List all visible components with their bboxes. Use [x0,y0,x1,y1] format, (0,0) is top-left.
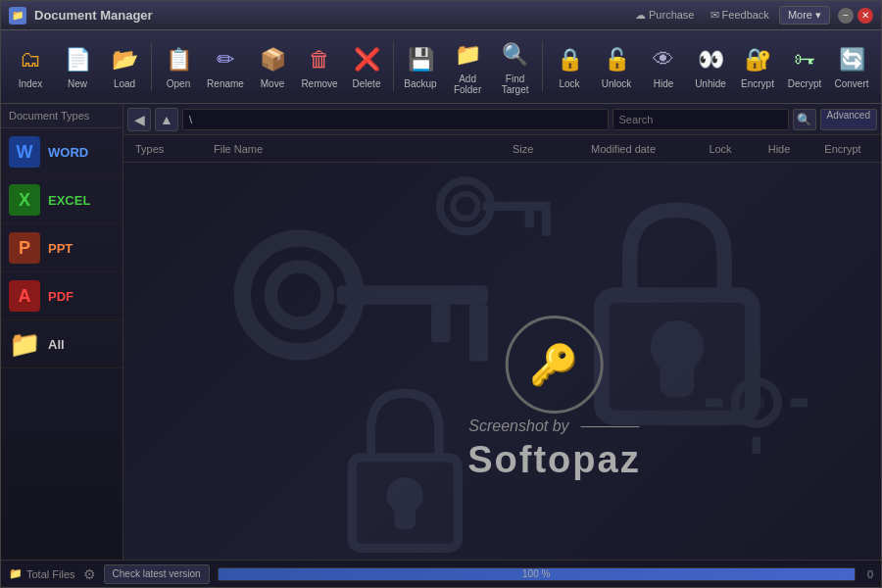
toolbar-rename-button[interactable]: ✏ Rename [202,40,249,93]
toolbar-move-button[interactable]: 📦 Move [249,40,296,93]
backup-label: Backup [404,78,436,89]
minimize-button[interactable]: − [838,8,854,24]
up-button[interactable]: ▲ [155,108,178,131]
toolbar-delete-button[interactable]: ❌ Delete [343,40,390,93]
toolbar-separator-2 [393,42,394,91]
rename-label: Rename [207,78,244,89]
screenshot-by-label: Screenshot by [468,417,568,435]
sidebar-item-ppt[interactable]: P PPT [1,224,122,272]
excel-label: EXCEL [48,193,90,208]
new-label: New [68,78,87,89]
unhide-icon: 👀 [695,44,726,75]
col-header-encrypt: Encrypt [808,143,877,155]
sidebar-item-pdf[interactable]: A PDF [1,272,122,320]
convert-label: Convert [834,78,868,89]
delete-icon: ❌ [351,44,382,75]
open-label: Open [167,78,190,89]
toolbar-separator-3 [542,42,543,91]
purchase-link[interactable]: Purchase [629,7,701,24]
close-button[interactable]: ✕ [858,8,873,24]
toolbar-convert-button[interactable]: 🔄 Convert [828,40,875,93]
settings-gear-icon[interactable]: ⚙ [83,566,96,582]
toolbar-hide-button[interactable]: 👁 Hide [640,40,687,93]
search-input[interactable] [612,109,789,130]
main-area: Document Types W WORD X EXCEL P PPT A PD… [1,104,881,560]
toolbar-unhide-button[interactable]: 👀 Unhide [687,40,734,93]
word-label: WORD [48,145,88,160]
svg-point-9 [453,194,477,219]
column-headers: Types File Name Size Modified date Lock … [123,135,881,163]
app-title: Document Manager [34,8,629,23]
brand-name-row: Screenshot by [468,417,639,435]
pdf-label: PDF [48,289,74,304]
advanced-button[interactable]: Advanced [820,109,877,130]
more-button[interactable]: More ▾ [779,6,830,24]
sidebar-item-all[interactable]: 📁 All [1,320,122,368]
backup-icon: 💾 [405,44,436,75]
path-input[interactable] [182,109,609,130]
nav-bar: ◀ ▲ 🔍 Advanced [123,104,881,135]
convert-icon: 🔄 [836,44,867,75]
title-bar-links: Purchase Feedback More ▾ [629,6,830,24]
decrypt-icon: 🗝 [789,44,820,75]
app-window: 📁 Document Manager Purchase Feedback Mor… [0,0,882,588]
toolbar-addfolder-button[interactable]: 📁 Add Folder [444,35,491,99]
hide-label: Hide [654,78,674,89]
index-label: Index [19,78,42,89]
progress-label: 100 % [219,568,855,580]
col-header-modified: Modified date [583,143,691,155]
ppt-icon: P [9,232,40,264]
word-icon: W [9,136,40,168]
toolbar-findtarget-button[interactable]: 🔍 Find Target [491,35,539,99]
load-label: Load [114,78,135,89]
sidebar: Document Types W WORD X EXCEL P PPT A PD… [1,104,123,560]
new-icon: 📄 [62,44,93,75]
unlock-icon: 🔓 [601,44,632,75]
index-icon: 🗂 [15,44,46,75]
sidebar-item-excel[interactable]: X EXCEL [1,176,122,224]
toolbar-unlock-button[interactable]: 🔓 Unlock [593,40,640,93]
status-bar: 📁 Total Files ⚙ Check latest version 100… [1,560,881,587]
sidebar-item-word[interactable]: W WORD [1,128,122,176]
delete-label: Delete [353,78,381,89]
svg-point-1 [270,267,327,323]
toolbar-index-button[interactable]: 🗂 Index [7,40,54,93]
svg-rect-15 [399,507,411,525]
svg-rect-10 [482,202,550,211]
toolbar-encrypt-button[interactable]: 🔐 Encrypt [734,40,781,93]
toolbar-load-button[interactable]: 📂 Load [101,40,148,93]
svg-rect-3 [431,305,450,343]
ppt-label: PPT [48,241,73,256]
decrypt-label: Decrypt [788,78,821,89]
findtarget-icon: 🔍 [500,39,531,71]
col-header-filename: File Name [206,143,505,155]
check-version-button[interactable]: Check latest version [104,564,210,584]
encrypt-label: Encrypt [741,78,774,89]
feedback-link[interactable]: Feedback [705,7,775,24]
title-bar: 📁 Document Manager Purchase Feedback Mor… [1,1,881,30]
toolbar-decrypt-button[interactable]: 🗝 Decrypt [781,40,828,93]
open-icon: 📋 [163,44,194,75]
all-icon: 📁 [9,328,40,360]
file-count: 0 [867,568,873,580]
toolbar-remove-button[interactable]: 🗑 Remove [296,40,343,93]
rename-icon: ✏ [210,44,241,75]
toolbar-open-button[interactable]: 📋 Open [155,40,202,93]
svg-rect-2 [337,285,488,304]
unhide-label: Unhide [695,78,726,89]
back-button[interactable]: ◀ [127,108,151,131]
toolbar-backup-button[interactable]: 💾 Backup [397,40,444,93]
toolbar-lock-button[interactable]: 🔒 Lock [546,40,593,93]
window-controls: − ✕ [838,8,873,24]
remove-icon: 🗑 [304,44,335,75]
lock-icon: 🔒 [554,44,585,75]
total-files-label: 📁 Total Files [9,567,75,580]
addfolder-icon: 📁 [452,39,483,71]
col-header-hide: Hide [750,143,808,155]
progress-bar: 100 % [218,567,856,581]
svg-rect-12 [542,211,551,236]
toolbar: 🗂 Index 📄 New 📂 Load 📋 Open ✏ Rename 📦 M… [1,30,881,104]
svg-rect-7 [667,362,686,390]
search-button[interactable]: 🔍 [793,109,816,130]
toolbar-new-button[interactable]: 📄 New [54,40,101,93]
